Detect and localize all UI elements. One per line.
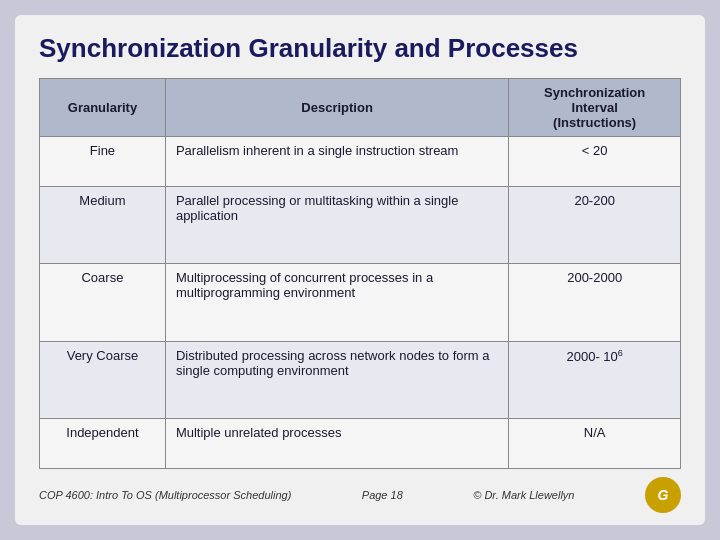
footer-logo: G [645, 477, 681, 513]
granularity-cell: Very Coarse [40, 341, 166, 418]
footer-copyright: © Dr. Mark Llewellyn [473, 489, 574, 501]
footer-page: Page 18 [362, 489, 403, 501]
granularity-table: Granularity Description Synchronization … [39, 78, 681, 469]
sync-cell: 2000- 106 [509, 341, 681, 418]
table-row: FineParallelism inherent in a single ins… [40, 137, 681, 187]
description-cell: Parallelism inherent in a single instruc… [165, 137, 508, 187]
sync-cell: < 20 [509, 137, 681, 187]
footer-course: COP 4600: Intro To OS (Multiprocessor Sc… [39, 489, 291, 501]
col-header-granularity: Granularity [40, 79, 166, 137]
table-row: IndependentMultiple unrelated processesN… [40, 418, 681, 468]
slide-title: Synchronization Granularity and Processe… [39, 33, 681, 64]
granularity-cell: Medium [40, 187, 166, 264]
footer: COP 4600: Intro To OS (Multiprocessor Sc… [39, 477, 681, 513]
table-row: CoarseMultiprocessing of concurrent proc… [40, 264, 681, 341]
description-cell: Distributed processing across network no… [165, 341, 508, 418]
sync-cell: N/A [509, 418, 681, 468]
granularity-cell: Independent [40, 418, 166, 468]
granularity-cell: Coarse [40, 264, 166, 341]
sync-cell: 20-200 [509, 187, 681, 264]
description-cell: Multiprocessing of concurrent processes … [165, 264, 508, 341]
description-cell: Parallel processing or multitasking with… [165, 187, 508, 264]
slide: Synchronization Granularity and Processe… [15, 15, 705, 525]
table-row: MediumParallel processing or multitaskin… [40, 187, 681, 264]
col-header-description: Description [165, 79, 508, 137]
table-row: Very CoarseDistributed processing across… [40, 341, 681, 418]
description-cell: Multiple unrelated processes [165, 418, 508, 468]
sync-cell: 200-2000 [509, 264, 681, 341]
granularity-cell: Fine [40, 137, 166, 187]
col-header-sync: Synchronization Interval(Instructions) [509, 79, 681, 137]
